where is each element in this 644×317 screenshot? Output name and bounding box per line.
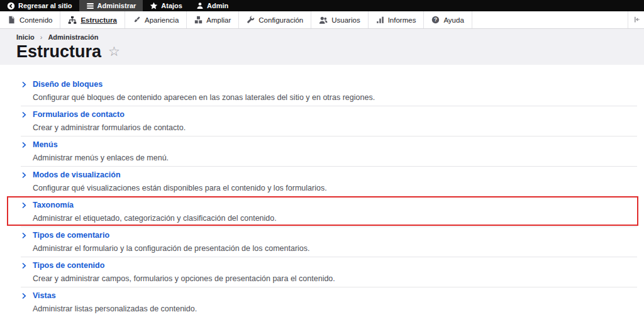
section-link-label[interactable]: Vistas [33,291,56,301]
back-to-site-label: Regresar al sitio [18,2,72,9]
section-link-label[interactable]: Tipos de contenido [33,261,104,270]
document-icon [8,16,16,24]
toolbar-label: Apariencia [145,16,179,24]
section-link-label[interactable]: Diseño de bloques [33,80,103,89]
breadcrumb: Inicio › Administración [16,33,644,41]
menu-icon [86,2,94,10]
toolbar-item-ampliar[interactable]: Ampliar [187,11,239,28]
list-item-highlighted: Taxonomía Administrar el etiquetado, cat… [21,197,637,227]
modules-icon [194,16,203,24]
chevron-right-icon [21,262,27,269]
section-link[interactable]: Taxonomía [21,201,637,210]
section-link[interactable]: Vistas [21,291,637,301]
toolbar-label: Informes [388,16,416,24]
help-icon: ? [431,16,440,24]
breadcrumb-item-inicio[interactable]: Inicio [16,33,35,41]
toolbar-item-estructura[interactable]: Estructura [60,11,125,28]
page-title: Estructura [16,42,101,61]
manage-tab[interactable]: Administrar [79,0,143,11]
back-to-site-button[interactable]: Regresar al sitio [0,0,79,11]
user-account-tab[interactable]: Admin [189,0,235,11]
user-label: Admin [207,2,228,9]
wrench-icon [247,16,255,24]
back-icon [7,2,15,10]
section-description: Administrar el formulario y la configura… [33,244,637,253]
section-description: Configurar qué visualizaciones están dis… [33,184,637,193]
section-link[interactable]: Diseño de bloques [21,80,637,89]
list-item: Tipos de comentario Administrar el formu… [21,227,637,257]
toolbar-item-contenido[interactable]: Contenido [0,11,60,28]
list-item: Vistas Administrar listas personalizadas… [21,287,637,317]
toolbar-item-usuarios[interactable]: Usuarios [311,11,368,28]
toolbar-label: Usuarios [331,16,360,24]
breadcrumb-item-administracion[interactable]: Administración [48,33,98,41]
section-description: Administrar listas personalizadas de con… [33,304,637,314]
section-description: Configurar qué bloques de contenido apar… [33,93,637,103]
chevron-right-icon [21,232,27,239]
toolbar-label: Ayuda [443,16,464,24]
section-link-label[interactable]: Taxonomía [33,201,74,210]
favorite-star-icon[interactable]: ☆ [108,45,120,58]
section-link[interactable]: Menús [21,140,637,150]
manage-label: Administrar [97,2,136,9]
chevron-right-icon [21,142,27,148]
list-item: Tipos de contenido Crear y administrar c… [21,257,637,287]
toolbar-item-ayuda[interactable]: ? Ayuda [424,11,472,28]
list-item: Modos de visualización Configurar qué vi… [21,167,637,197]
bar-chart-icon [376,16,384,24]
toolbar-orientation-icon [632,15,641,25]
section-link[interactable]: Tipos de contenido [21,261,637,270]
list-item: Formularios de contacto Crear y administ… [21,106,637,136]
admin-list: Diseño de bloques Configurar qué bloques… [21,76,637,317]
toolbar-label: Configuración [258,16,303,24]
toolbar-item-apariencia[interactable]: Apariencia [125,11,187,28]
chevron-right-icon [21,111,27,118]
chevron-right-icon [21,172,27,179]
section-description: Administrar el etiquetado, categorizació… [33,214,637,223]
toolbar-spacer [472,11,628,28]
toolbar-item-informes[interactable]: Informes [369,11,425,28]
chevron-right-icon [21,292,27,299]
list-item: Diseño de bloques Configurar qué bloques… [21,76,637,106]
section-link[interactable]: Modos de visualización [21,170,637,180]
section-link-label[interactable]: Formularios de contacto [33,110,125,120]
toolbar-orientation-toggle[interactable] [628,11,644,28]
star-icon [150,2,158,10]
paintbrush-icon [133,16,141,24]
shortcuts-tab[interactable]: Atajos [143,0,189,11]
section-description: Crear y administrar formularios de conta… [33,123,637,133]
section-link[interactable]: Tipos de comentario [21,231,637,240]
admin-bar: Regresar al sitio Administrar Atajos Adm… [0,0,644,11]
admin-toolbar: Contenido Estructura Apariencia Ampliar … [0,11,644,29]
toolbar-label: Estructura [80,16,117,24]
page-header: Inicio › Administración Estructura ☆ [0,29,644,65]
users-icon [319,16,328,25]
list-item: Menús Administrar menús y enlaces de men… [21,136,637,167]
shortcuts-label: Atajos [161,2,182,9]
section-link[interactable]: Formularios de contacto [21,110,637,120]
main-content: Diseño de bloques Configurar qué bloques… [0,76,644,317]
sitemap-icon [68,16,77,25]
section-link-label[interactable]: Modos de visualización [33,170,121,180]
section-description: Administrar menús y enlaces de menú. [33,153,637,163]
section-description: Crear y administrar campos, formularios … [33,274,637,284]
toolbar-item-configuracion[interactable]: Configuración [239,11,311,28]
chevron-right-icon [21,81,27,88]
svg-text:?: ? [434,16,437,23]
section-link-label[interactable]: Tipos de comentario [33,231,109,240]
toolbar-label: Contenido [19,16,52,24]
section-link-label[interactable]: Menús [33,140,58,150]
breadcrumb-separator: › [40,33,43,41]
chevron-right-icon [21,202,27,209]
user-icon [196,2,204,9]
toolbar-label: Ampliar [206,16,231,24]
